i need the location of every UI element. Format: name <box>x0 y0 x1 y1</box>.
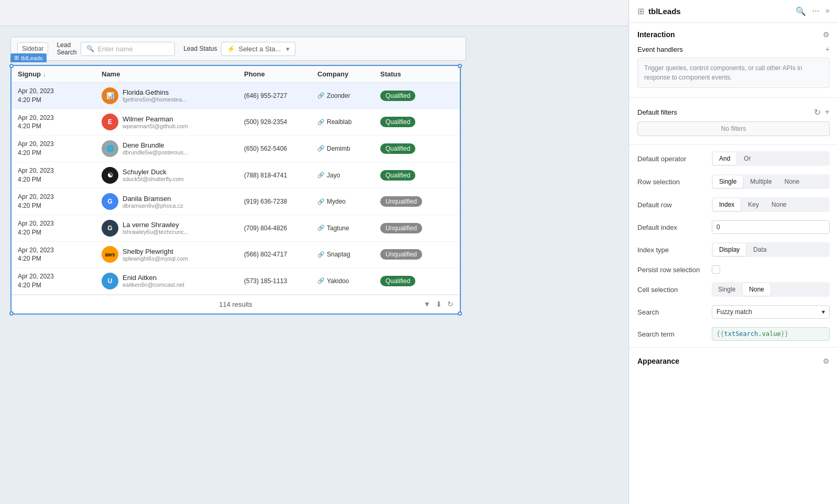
phone-cell: (650) 562-5406 <box>244 145 317 152</box>
email-text: sduck5t@shutterfly.com <box>123 176 184 182</box>
top-bar <box>0 0 629 26</box>
refresh-filters-icon[interactable]: ↻ <box>814 107 821 117</box>
row-selection-row: Row selection Single Multiple None <box>629 170 838 193</box>
default-index-row: Default index <box>629 216 838 238</box>
name-info: Danila Bramsen dbramsen6v@phoca.cz <box>123 195 183 209</box>
add-event-handler-button[interactable]: + <box>825 45 830 53</box>
event-hint: Trigger queries, control components, or … <box>637 58 830 88</box>
email-text: dbrundle5w@posterous... <box>123 149 189 155</box>
col-status[interactable]: Status <box>380 70 454 78</box>
resize-handle-tr[interactable] <box>458 64 462 68</box>
name-text: Enid Aitken <box>123 274 184 282</box>
default-filters-label: Default filters <box>637 108 677 116</box>
display-button[interactable]: Display <box>713 243 746 256</box>
name-cell: U Enid Aitken eaitken6n@comcast.net <box>102 273 244 289</box>
name-cell: 📊 Florida Gethins fgethins5m@homestea... <box>102 87 244 104</box>
right-panel: ⊞ tblLeads 🔍 ··· » Interaction ⚙ Event h… <box>629 0 838 504</box>
phone-cell: (788) 818-4741 <box>244 172 317 179</box>
key-button[interactable]: Key <box>742 197 765 212</box>
company-icon: 🔗 <box>317 198 325 205</box>
name-info: Florida Gethins fgethins5m@homestea... <box>123 88 186 103</box>
status-badge: Unqualified <box>380 196 422 207</box>
table-wrapper: ⊞ tblLeads Signup ↓ Name <box>10 65 618 315</box>
resize-handle-tl[interactable] <box>9 64 14 68</box>
search-dropdown[interactable]: Fuzzy match ▾ <box>712 305 830 319</box>
name-info: Wilmer Pearman wpearman5l@github.com <box>123 115 188 129</box>
name-info: La verne Shrawley lshrawley6u@techcrunc.… <box>123 221 189 235</box>
no-filters-area: No filters <box>637 121 830 136</box>
search-term-input[interactable]: {{txtSearch.value}} <box>712 327 830 341</box>
table-row[interactable]: Apr 20, 2023 4:20 PM 📊 Florida Gethins f… <box>12 83 460 109</box>
cell-none-button[interactable]: None <box>743 283 770 296</box>
signup-cell: Apr 20, 2023 4:20 PM <box>18 166 102 184</box>
more-options-icon[interactable]: ··· <box>812 6 819 16</box>
code-dot: . <box>758 330 762 338</box>
status-select[interactable]: ⚡ Select a Sta... ▾ <box>221 42 295 56</box>
table-row[interactable]: Apr 20, 2023 4:20 PM E Wilmer Pearman wp… <box>12 109 460 136</box>
persist-row-selection-row: Persist row selection <box>629 261 838 278</box>
phone-cell: (646) 955-2727 <box>244 92 317 99</box>
settings-icon[interactable]: ⚙ <box>823 30 830 39</box>
col-phone[interactable]: Phone <box>244 70 317 78</box>
filter-icon[interactable]: ▼ <box>423 300 431 308</box>
no-filters-pill: No filters <box>637 121 830 136</box>
email-text: eaitken6n@comcast.net <box>123 282 184 288</box>
signup-cell: Apr 20, 2023 4:20 PM <box>18 140 102 158</box>
panel-title: tblLeads <box>648 7 681 16</box>
table-row[interactable]: Apr 20, 2023 4:20 PM G Danila Bramsen db… <box>12 188 460 215</box>
table-row[interactable]: Apr 20, 2023 4:20 PM 🌐 Dene Brundle dbru… <box>12 136 460 162</box>
status-cell: Unqualified <box>380 223 454 233</box>
multiple-button[interactable]: Multiple <box>744 174 778 189</box>
avatar: E <box>102 114 118 130</box>
appearance-section: Appearance ⚙ <box>629 350 838 369</box>
signup-cell: Apr 20, 2023 4:20 PM <box>18 193 102 210</box>
refresh-icon[interactable]: ↻ <box>447 300 454 308</box>
table-row[interactable]: Apr 20, 2023 4:20 PM aws Shelby Plewrigh… <box>12 242 460 268</box>
name-text: Florida Gethins <box>123 88 186 96</box>
add-filter-button[interactable]: + <box>825 107 830 117</box>
name-text: Wilmer Pearman <box>123 115 188 123</box>
appearance-settings-icon[interactable]: ⚙ <box>823 357 830 365</box>
status-badge: Qualified <box>380 143 415 154</box>
col-signup[interactable]: Signup ↓ <box>18 70 102 78</box>
divider-3 <box>629 347 838 348</box>
company-cell: 🔗 Realblab <box>317 118 380 126</box>
none-row-button[interactable]: None <box>778 174 806 189</box>
col-company[interactable]: Company <box>317 70 380 78</box>
col-name[interactable]: Name <box>102 70 244 78</box>
canvas-area: Sidebar Lead Search 🔍 Enter name Lead St… <box>0 0 629 504</box>
table-row[interactable]: Apr 20, 2023 4:20 PM ☯ Schuyler Duck sdu… <box>12 162 460 189</box>
name-info: Dene Brundle dbrundle5w@posterous... <box>123 141 189 155</box>
status-badge: Qualified <box>380 117 415 127</box>
search-term-value: {{txtSearch.value}} <box>712 327 830 341</box>
table-row[interactable]: Apr 20, 2023 4:20 PM G La verne Shrawley… <box>12 215 460 242</box>
email-text: lshrawley6u@techcrunc... <box>123 229 189 235</box>
search-input-field[interactable]: 🔍 Enter name <box>81 42 175 56</box>
data-button[interactable]: Data <box>747 242 773 257</box>
index-button[interactable]: Index <box>713 198 741 211</box>
table-row[interactable]: Apr 20, 2023 4:20 PM U Enid Aitken eaitk… <box>12 268 460 295</box>
default-index-input[interactable] <box>712 220 830 234</box>
search-term-row: Search term {{txtSearch.value}} <box>629 323 838 345</box>
download-icon[interactable]: ⬇ <box>436 300 442 308</box>
none-default-button[interactable]: None <box>765 197 793 212</box>
index-type-row: Index type Display Data <box>629 238 838 261</box>
name-cell: ☯ Schuyler Duck sduck5t@shutterfly.com <box>102 167 244 184</box>
default-row-toggle: Index Key None <box>712 197 830 212</box>
name-text: La verne Shrawley <box>123 221 189 229</box>
search-panel-icon[interactable]: 🔍 <box>796 6 806 16</box>
company-cell: 🔗 Mydeo <box>317 198 380 205</box>
filter-bar: Sidebar Lead Search 🔍 Enter name Lead St… <box>10 37 466 61</box>
persist-row-selection-value <box>712 265 830 274</box>
status-cell: Unqualified <box>380 249 454 260</box>
table-body: Apr 20, 2023 4:20 PM 📊 Florida Gethins f… <box>12 83 460 295</box>
persist-row-selection-checkbox[interactable] <box>712 265 720 274</box>
single-button[interactable]: Single <box>713 175 743 188</box>
or-button[interactable]: Or <box>737 151 757 166</box>
expand-icon[interactable]: » <box>825 6 830 16</box>
cell-single-button[interactable]: Single <box>712 282 742 297</box>
code-method: value <box>762 330 781 338</box>
avatar: 🌐 <box>102 140 118 157</box>
cell-selection-label: Cell selection <box>637 286 705 294</box>
and-button[interactable]: And <box>713 152 736 165</box>
